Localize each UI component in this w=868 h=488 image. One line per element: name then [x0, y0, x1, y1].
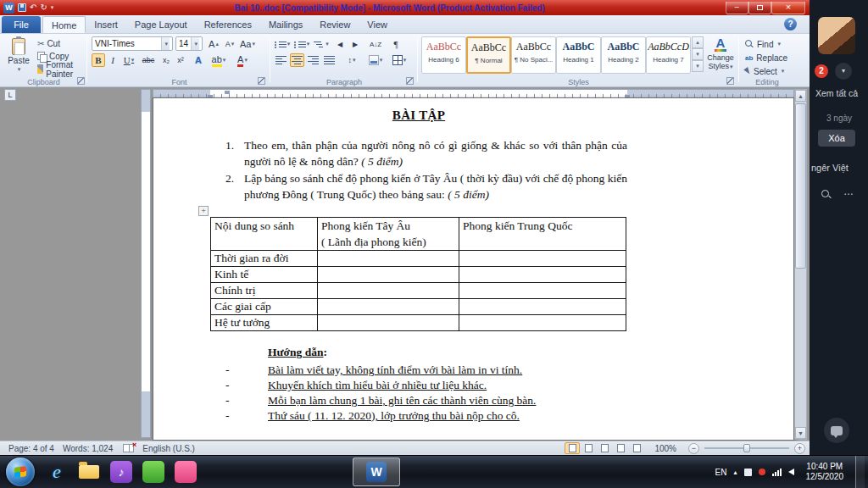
select-button[interactable]: Select ▾ — [745, 65, 784, 77]
styles-scroll-up-icon[interactable]: ▴ — [692, 36, 704, 48]
italic-button[interactable]: I — [107, 53, 119, 67]
align-left-button[interactable] — [274, 53, 288, 67]
document-page[interactable]: BÀI TẬP 1. Theo em, thân phận của người … — [153, 97, 794, 441]
numbering-button[interactable]: ▾ — [293, 37, 310, 51]
table-cell[interactable] — [318, 283, 459, 299]
delete-button[interactable]: Xóa — [818, 130, 855, 147]
draft-view-button[interactable] — [629, 442, 644, 454]
style-heading7[interactable]: AaBbCcD Heading 7 — [646, 36, 691, 74]
table-move-handle[interactable]: + — [198, 206, 209, 216]
word-count[interactable]: Words: 1,024 — [63, 444, 113, 453]
more-options-icon[interactable]: … — [843, 186, 854, 197]
fullscreen-view-button[interactable] — [581, 442, 596, 454]
doc-title[interactable]: BÀI TẬP — [210, 108, 627, 123]
sort-button[interactable]: A↓Z — [365, 37, 386, 51]
tab-references[interactable]: References — [196, 16, 260, 33]
pink-app-icon[interactable] — [172, 458, 199, 485]
align-center-button[interactable] — [290, 53, 304, 67]
tab-page-layout[interactable]: Page Layout — [126, 16, 196, 33]
multilevel-list-button[interactable]: ▾ — [313, 37, 330, 51]
table-row-label[interactable]: Thời gian ra đời — [211, 251, 318, 267]
help-icon[interactable]: ? — [784, 18, 797, 30]
guide-item[interactable]: -Thứ sáu ( 11. 12. 2020), lớp trưởng thu… — [225, 408, 632, 424]
word-app-icon[interactable]: W — [3, 3, 14, 14]
table-row-label[interactable]: Kinh tế — [211, 267, 318, 283]
superscript-button[interactable]: x² — [174, 53, 187, 67]
web-layout-view-button[interactable] — [597, 442, 612, 454]
vertical-scrollbar[interactable]: ▲ ▼ — [794, 89, 807, 440]
bold-button[interactable]: B — [92, 53, 105, 67]
hidden-icons-button[interactable]: ▴ — [733, 469, 737, 476]
clipboard-dialog-launcher[interactable] — [77, 77, 85, 85]
minimize-button[interactable]: − — [726, 2, 748, 14]
font-color-button[interactable]: A▾ — [232, 53, 253, 67]
table-cell[interactable] — [459, 251, 626, 267]
language-item[interactable]: ngêr Việt — [811, 163, 849, 173]
styles-dialog-launcher[interactable] — [726, 77, 734, 85]
table-cell[interactable] — [318, 315, 459, 331]
shading-button[interactable]: ▾ — [365, 53, 386, 67]
increase-indent-button[interactable]: ▶ — [348, 37, 362, 51]
table-cell[interactable] — [459, 315, 626, 331]
table-row-label[interactable]: Chính trị — [211, 283, 318, 299]
font-size-combobox[interactable]: 14 ▾ — [175, 36, 203, 51]
zoom-track[interactable] — [704, 447, 789, 449]
table-cell[interactable] — [318, 267, 459, 283]
font-name-combobox[interactable]: VNI-Times ▾ — [92, 36, 173, 51]
find-button[interactable]: Find ▾ — [745, 38, 781, 50]
format-painter-button[interactable]: Format Painter — [37, 64, 87, 75]
zoom-thumb[interactable] — [743, 444, 750, 452]
internet-explorer-icon[interactable]: e — [43, 458, 70, 485]
strikethrough-button[interactable]: abc — [139, 53, 158, 67]
cut-button[interactable]: ✂ Cut — [37, 38, 60, 49]
change-styles-button[interactable]: A Change Styles▾ — [706, 36, 735, 75]
underline-button[interactable]: U▾ — [120, 53, 137, 67]
decrease-indent-button[interactable]: ◀ — [333, 37, 347, 51]
table-row-label[interactable]: Hệ tư tưởng — [211, 315, 318, 331]
style-heading6[interactable]: AaBbCc Heading 6 — [421, 36, 466, 74]
tab-stop-selector[interactable]: L — [4, 89, 16, 101]
zoom-out-button[interactable]: − — [688, 443, 699, 454]
titlebar[interactable]: W ↶ ↻ ▾ Bai 10..doc [Compatibility Mode]… — [0, 0, 812, 15]
table-cell[interactable] — [459, 299, 626, 315]
guide-item[interactable]: -Mỗi bạn làm chung 1 bài, ghi tên các th… — [225, 393, 632, 408]
table-cell[interactable] — [459, 267, 626, 283]
user-avatar[interactable] — [818, 17, 855, 54]
borders-button[interactable]: ▾ — [389, 53, 409, 67]
zoom-level[interactable]: 100% — [654, 444, 676, 453]
line-spacing-button[interactable]: ↕▾ — [342, 53, 362, 67]
table-header-cell[interactable]: Phong kiến Trung Quốc — [459, 218, 626, 251]
zoom-in-button[interactable]: + — [794, 443, 805, 454]
guide-title[interactable]: Hướng dẫn: — [268, 346, 327, 359]
highlight-color-button[interactable]: ab▾ — [208, 53, 230, 67]
subscript-button[interactable]: x₂ — [159, 53, 173, 67]
doc-list-item-2[interactable]: 2. Lập bảng so sánh chế độ phong kiến ở … — [225, 170, 627, 202]
styles-gallery-expand-icon[interactable]: ▾ — [692, 60, 704, 72]
file-tab[interactable]: File — [2, 16, 41, 33]
notification-badge[interactable]: 2 — [815, 64, 828, 78]
proofing-status-icon[interactable] — [123, 444, 134, 452]
network-icon[interactable] — [772, 468, 782, 476]
tab-review[interactable]: Review — [311, 16, 359, 33]
start-button[interactable] — [6, 458, 35, 486]
scrollbar-thumb[interactable] — [795, 103, 806, 269]
table-cell[interactable] — [459, 283, 626, 299]
font-dialog-launcher[interactable] — [258, 77, 265, 85]
tab-insert[interactable]: Insert — [86, 16, 126, 33]
outline-view-button[interactable] — [613, 442, 628, 454]
guide-item[interactable]: -Khuyến khích tìm hiểu bài ở nhiều tư li… — [225, 378, 632, 393]
tab-view[interactable]: View — [359, 16, 396, 33]
save-button[interactable] — [18, 3, 26, 12]
change-case-button[interactable]: Aa▾ — [239, 37, 256, 51]
tab-mailings[interactable]: Mailings — [260, 16, 311, 33]
align-right-button[interactable] — [306, 53, 320, 67]
styles-scroll-down-icon[interactable]: ▾ — [692, 48, 704, 60]
table-row-label[interactable]: Các giai cấp — [211, 299, 318, 315]
undo-button[interactable]: ↶ — [30, 3, 36, 13]
alert-tray-icon[interactable] — [759, 469, 765, 475]
volume-icon[interactable] — [788, 469, 794, 475]
grow-font-button[interactable]: A▴ — [206, 37, 221, 51]
table-header-cell[interactable]: Nội dung so sánh — [211, 218, 318, 251]
table-cell[interactable] — [318, 251, 459, 267]
page-indicator[interactable]: Page: 4 of 4 — [8, 444, 54, 453]
